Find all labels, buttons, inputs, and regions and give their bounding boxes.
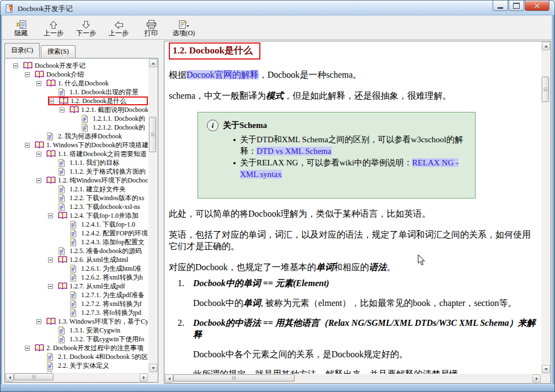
tree-hscroll-thumb[interactable] xyxy=(14,373,54,380)
page-icon xyxy=(46,132,57,141)
book-icon xyxy=(70,106,80,114)
scroll-up-button[interactable] xyxy=(542,42,550,50)
list-item-paragraph: Docbook中的单词, 被称为元素（elment），比如最常见的book，ch… xyxy=(193,297,538,309)
close-button[interactable] xyxy=(525,1,549,11)
collapse-minus-icon[interactable] xyxy=(36,178,41,183)
content-vertical-scrollbar[interactable] xyxy=(541,41,551,374)
tree-item[interactable]: 1.2.4. 下载fop-1.0并添加 xyxy=(6,211,148,220)
tree-item[interactable]: 1.2.4.2. 配置FOP的环境 xyxy=(6,229,148,238)
toolbar-button-label: 打印 xyxy=(145,29,158,37)
page-icon xyxy=(58,159,68,167)
tree-item[interactable]: 1.3. Windows环境下的，基于Cy xyxy=(6,317,148,326)
paragraph: 对应的Docbook，也规定了一堆基本的单词和相应的语法。 xyxy=(169,261,538,273)
tree-item[interactable]: 1.2.2. 下载windos版本的xs xyxy=(6,194,148,202)
tree-item[interactable]: Docbook介绍 xyxy=(6,70,148,79)
collapse-minus-icon[interactable] xyxy=(25,72,30,77)
emphasis-text: 单词 xyxy=(316,262,334,272)
text-run: 此所谓的规定，就是用某种方法，解释出来，并且要解释的清楚易懂 xyxy=(193,369,458,374)
tree-item[interactable]: 1.3.1. 安装Cygwin xyxy=(6,326,148,335)
collapse-minus-icon[interactable] xyxy=(36,152,41,157)
tree-item-label: 1.2.4.1. 下载fop-1.0 xyxy=(81,220,135,229)
tree-vscroll-thumb[interactable] xyxy=(149,117,156,152)
collapse-minus-icon[interactable] xyxy=(48,257,53,262)
tree-item[interactable]: 1.2.5. 准备docbook的源码 xyxy=(6,246,148,255)
page-icon xyxy=(58,203,68,211)
content-horizontal-scrollbar[interactable] xyxy=(164,374,541,383)
tree-item-label: 1.2. 纯Windows环境下的Docbook xyxy=(58,176,148,185)
tree-item[interactable]: 1.2.7.3. 将fo转换为pd xyxy=(6,308,148,317)
tree-item[interactable]: 1.2.1. 建立好文件夹 xyxy=(6,185,148,194)
toolbar-button-print[interactable]: 打印 xyxy=(139,17,163,39)
collapse-minus-icon[interactable] xyxy=(49,99,54,104)
tree-item[interactable]: 1.2. 纯Windows环境下的Docbook xyxy=(6,176,148,185)
tree-item[interactable]: 1.2.7. 从xml生成pdf xyxy=(6,282,148,291)
collapse-minus-icon[interactable] xyxy=(13,63,18,68)
tree-item[interactable]: 2.1. Docbook 4和Docbook 5的区 xyxy=(6,352,148,361)
tree-item[interactable]: 1.2.7.2. 将xml转换为f xyxy=(6,299,148,308)
scroll-left-button[interactable] xyxy=(6,373,14,382)
tree-item[interactable]: 1.2.1.2. Docbook的 xyxy=(6,123,148,132)
tree-item[interactable]: 1.2.6.2. 将xml转换为h xyxy=(6,273,148,282)
svg-text:?: ? xyxy=(9,4,13,13)
topic-heading-highlight: 1.2. Docbook是什么 xyxy=(169,42,260,60)
toolbar-button-arrow-up[interactable]: 上一步 xyxy=(41,17,66,39)
restore-button[interactable] xyxy=(509,1,524,11)
note-box: i关于Schema关于DTD和XML Schema之间的区别，可以参看w3csc… xyxy=(198,112,476,198)
print-icon xyxy=(146,18,157,29)
tree-item[interactable]: 1.2.4.1. 下载fop-1.0 xyxy=(6,220,148,229)
tree-item[interactable] xyxy=(6,370,148,372)
tree-item[interactable]: 1.2.7.1. 为生成pdf准备 xyxy=(6,291,148,299)
scroll-up-button[interactable] xyxy=(149,59,157,67)
toolbar-button-arrow-down[interactable]: 下一步 xyxy=(74,17,98,39)
scroll-right-button[interactable] xyxy=(532,374,541,383)
content-vscroll-thumb[interactable] xyxy=(542,77,549,102)
tree-item[interactable]: 1. 什么是Docbook xyxy=(6,79,148,88)
tree-item[interactable]: 2. Docbook开发过程中的注意事项 xyxy=(6,343,148,352)
window-controls xyxy=(492,1,549,11)
collapse-minus-icon[interactable] xyxy=(48,213,53,218)
title-bar[interactable]: ? Docbook开发手记 xyxy=(0,0,555,15)
tree-item[interactable]: 1.2.6. 从xml生成html xyxy=(6,255,148,264)
tab-contents[interactable]: 目录(C) xyxy=(4,43,40,57)
tree-item[interactable]: 1.1.2. 关于格式转换方面的 xyxy=(6,167,148,176)
content-hscroll-thumb[interactable] xyxy=(173,374,295,382)
tree-item[interactable]: 1.1. 搭建Docbook之前需要知道 xyxy=(6,149,148,158)
tree-item[interactable]: 1.2.3. 下载docbook-xsl-ns xyxy=(6,202,148,211)
collapse-minus-icon[interactable] xyxy=(36,319,41,324)
collapse-minus-icon[interactable] xyxy=(25,346,30,351)
tab-search[interactable]: 搜索(S) xyxy=(41,45,76,57)
tree-item[interactable]: 2.2. 关于实体定义 xyxy=(6,361,148,370)
tree-item[interactable]: 1.1. Docbook出现的背景 xyxy=(6,88,148,96)
scroll-down-button[interactable] xyxy=(149,364,157,372)
tree-item[interactable]: 1.2. Docbook是什么 xyxy=(6,96,148,105)
tree-item[interactable]: 1.2.4.3. 添加fop配置文 xyxy=(6,238,148,246)
tree-vertical-scrollbar[interactable] xyxy=(148,58,158,373)
scroll-down-button[interactable] xyxy=(542,365,550,373)
collapse-minus-icon[interactable] xyxy=(48,284,53,289)
scroll-left-button[interactable] xyxy=(165,374,173,383)
toolbar-button-hide[interactable]: 隐藏 xyxy=(9,17,33,39)
tree-item-label: 1.2.5. 准备docbook的源码 xyxy=(70,246,142,256)
minimize-button[interactable] xyxy=(493,1,508,11)
collapse-minus-icon[interactable] xyxy=(25,143,30,148)
page-icon xyxy=(70,229,80,238)
toolbar-button-options[interactable]: 选项(O) xyxy=(172,17,196,39)
tree-item[interactable]: 2. 我为何选择Docbook xyxy=(6,132,148,141)
tree-item[interactable]: 1.2.1.1. Docbook的 xyxy=(6,114,148,123)
list-item-paragraph: Docbook中各个元素之间的关系，是Docbook规定好的。 xyxy=(193,348,538,360)
tree-item[interactable]: 1.2.6.1. 为生成html准 xyxy=(6,264,148,273)
hyperlink[interactable]: DTD vs XML Schema xyxy=(257,147,332,155)
hyperlink[interactable]: Docook官网的解释 xyxy=(186,70,259,79)
tree-item[interactable]: 1. Windows下的Docbook的环境搭建 xyxy=(6,141,148,149)
tree-item[interactable]: 1.3.2. 下载cygwin下使用fo xyxy=(6,335,148,343)
collapse-minus-icon[interactable] xyxy=(60,108,65,112)
tree-item-label: 1.2.2. 下载windos版本的xs xyxy=(70,194,144,203)
toolbar-button-arrow-left[interactable]: 上一步 xyxy=(106,17,131,39)
tree-item[interactable]: Docbook开发手记 xyxy=(6,61,148,70)
tree-item[interactable]: 1.2.1. 截图说明Docbook xyxy=(6,105,148,114)
tree-horizontal-scrollbar[interactable] xyxy=(5,373,148,382)
tree-item-label: 1.2.7.1. 为生成pdf准备 xyxy=(81,291,145,300)
tree-item[interactable]: 1.1.1. 我们的目标 xyxy=(6,158,148,167)
collapse-minus-icon[interactable] xyxy=(36,81,41,86)
scroll-right-button[interactable] xyxy=(140,373,148,382)
